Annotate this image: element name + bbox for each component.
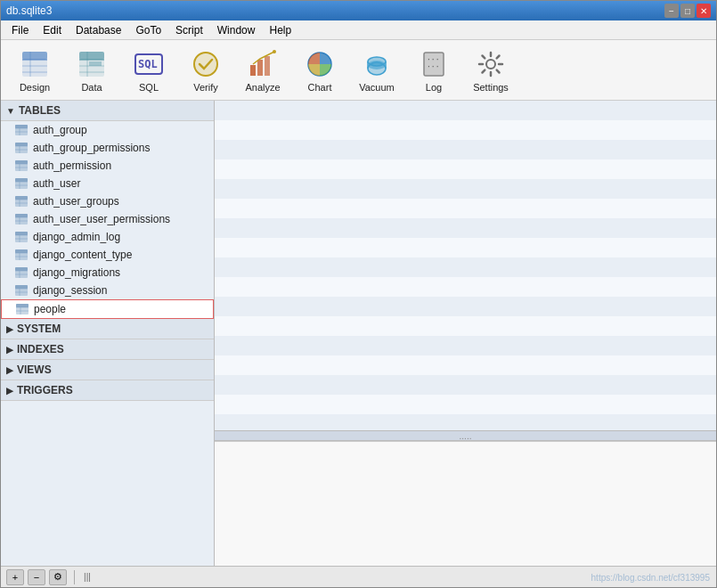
stripe-row	[215, 120, 716, 140]
stripe-row	[215, 179, 716, 199]
svg-rect-18	[257, 60, 263, 76]
log-icon: ··· ···	[418, 48, 450, 80]
item-label: auth_user_user_permissions	[33, 213, 170, 225]
vacuum-label: Vacuum	[359, 82, 395, 93]
sidebar-item-django-content-type[interactable]: django_content_type	[1, 246, 214, 264]
svg-text:···: ···	[427, 63, 439, 71]
table-icon	[15, 267, 28, 278]
svg-rect-19	[265, 56, 270, 76]
item-label: django_admin_log	[33, 231, 120, 243]
sidebar-section-indexes[interactable]: ▶ INDEXES	[1, 339, 214, 360]
svg-rect-17	[250, 65, 256, 76]
data-button[interactable]: Data	[65, 45, 118, 96]
svg-rect-54	[15, 196, 28, 200]
sidebar-item-auth-permission[interactable]: auth_permission	[1, 157, 214, 175]
sidebar-item-django-session[interactable]: django_session	[1, 282, 214, 299]
close-button[interactable]: ✕	[697, 4, 711, 18]
settings-row-button[interactable]: ⚙	[49, 569, 67, 585]
stripe-row	[215, 101, 716, 120]
sql-icon: SQL	[133, 48, 165, 80]
system-arrow: ▶	[6, 324, 13, 334]
sidebar-item-auth-user[interactable]: auth_user	[1, 175, 214, 192]
table-icon	[15, 178, 28, 189]
svg-rect-84	[16, 304, 29, 307]
indexes-label: INDEXES	[17, 343, 64, 355]
menu-script[interactable]: Script	[168, 22, 210, 38]
design-label: Design	[20, 82, 50, 93]
window-controls: − □ ✕	[664, 4, 711, 18]
triggers-label: TRIGGERS	[17, 384, 73, 396]
divider-dots: .....	[460, 431, 472, 441]
verify-button[interactable]: Verify	[179, 45, 232, 96]
sidebar-item-django-migrations[interactable]: django_migrations	[1, 264, 214, 282]
remove-row-button[interactable]: −	[28, 569, 45, 585]
analyze-label: Analyze	[245, 82, 280, 93]
table-icon	[15, 214, 28, 225]
analyze-button[interactable]: Analyze	[236, 45, 289, 96]
svg-rect-34	[15, 125, 28, 128]
table-icon	[15, 249, 28, 260]
sidebar: ▼ TABLES auth_group auth_group_permissio…	[1, 101, 215, 566]
table-icon	[15, 196, 28, 207]
sidebar-section-views[interactable]: ▶ VIEWS	[1, 360, 214, 380]
svg-rect-39	[15, 143, 28, 146]
item-label: auth_user	[33, 177, 80, 190]
sidebar-item-auth-user-user-perm[interactable]: auth_user_user_permissions	[1, 210, 214, 228]
minimize-button[interactable]: −	[664, 4, 679, 18]
triggers-arrow: ▶	[6, 386, 13, 396]
menu-window[interactable]: Window	[210, 22, 263, 38]
vacuum-button[interactable]: Vacuum	[350, 45, 403, 96]
maximize-button[interactable]: □	[680, 4, 695, 18]
svg-rect-49	[15, 178, 28, 182]
svg-rect-44	[15, 160, 28, 164]
striped-area	[215, 101, 716, 430]
item-label: auth_group_permissions	[33, 142, 150, 154]
table-icon	[15, 160, 28, 171]
bottom-panel	[215, 441, 716, 566]
menu-help[interactable]: Help	[262, 22, 298, 38]
views-arrow: ▶	[6, 365, 13, 375]
stripe-row	[215, 218, 716, 238]
analyze-icon	[247, 48, 279, 80]
svg-rect-1	[22, 52, 47, 60]
menu-database[interactable]: Database	[69, 22, 128, 38]
sidebar-section-tables[interactable]: ▼ TABLES	[1, 101, 214, 121]
svg-rect-12	[89, 61, 102, 66]
sidebar-item-auth-group-perm[interactable]: auth_group_permissions	[1, 139, 214, 157]
stripe-row	[215, 159, 716, 179]
add-row-button[interactable]: +	[6, 569, 24, 585]
tables-arrow: ▼	[6, 106, 15, 116]
status-separator	[74, 570, 75, 584]
stripe-row	[215, 414, 716, 430]
menu-edit[interactable]: Edit	[36, 22, 69, 38]
item-label: auth_permission	[33, 159, 111, 172]
table-icon	[15, 143, 28, 153]
svg-point-32	[486, 60, 495, 69]
sidebar-item-auth-user-groups[interactable]: auth_user_groups	[1, 192, 214, 210]
chart-button[interactable]: Chart	[293, 45, 346, 96]
panel-divider[interactable]: .....	[215, 430, 716, 441]
svg-rect-74	[15, 267, 28, 271]
chart-label: Chart	[308, 82, 332, 93]
sidebar-resize-handle[interactable]: |||	[82, 569, 93, 585]
design-button[interactable]: Design	[8, 45, 61, 96]
data-icon	[76, 48, 108, 80]
sidebar-item-auth-group[interactable]: auth_group	[1, 121, 214, 139]
log-button[interactable]: ··· ··· Log	[407, 45, 460, 96]
table-icon	[15, 125, 28, 135]
design-icon	[19, 48, 51, 80]
stripe-row	[215, 238, 716, 257]
window-title: db.sqlite3	[6, 4, 52, 17]
stripe-row	[215, 140, 716, 159]
sidebar-item-people[interactable]: people	[1, 299, 214, 319]
sql-button[interactable]: SQL SQL	[122, 45, 175, 96]
settings-button[interactable]: Settings	[464, 45, 517, 96]
menu-file[interactable]: File	[4, 22, 36, 38]
menu-goto[interactable]: GoTo	[128, 22, 168, 38]
title-bar: db.sqlite3 − □ ✕	[1, 1, 716, 20]
sidebar-section-system[interactable]: ▶ SYSTEM	[1, 319, 214, 339]
item-label: auth_user_groups	[33, 195, 119, 208]
sidebar-section-triggers[interactable]: ▶ TRIGGERS	[1, 380, 214, 401]
sidebar-item-django-admin-log[interactable]: django_admin_log	[1, 228, 214, 246]
item-label: auth_group	[33, 124, 87, 136]
